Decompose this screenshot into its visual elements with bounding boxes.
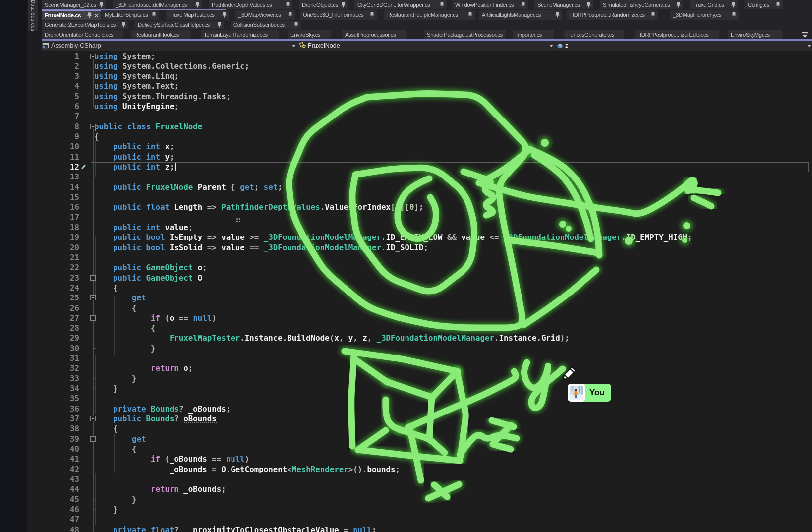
project-dropdown[interactable]: Assembly-CSharp — [42, 41, 101, 51]
tab-scenemanager-02-cs[interactable]: SceneManager_02.cs — [42, 0, 106, 9]
code-text: } — [94, 383, 117, 394]
tab-config-cs[interactable]: Config.cs — [745, 0, 783, 9]
pin-icon-wrap[interactable] — [222, 12, 227, 18]
code-text: public int y; — [94, 152, 174, 162]
pin-icon — [293, 22, 299, 28]
tab-pathfinderdepthvalues-cs[interactable]: PathfinderDepthValues.cs — [209, 0, 292, 9]
tab-droneorientationcontroller-cs[interactable]: DroneOrientationController.cs — [42, 30, 123, 39]
code-text: } — [94, 504, 117, 515]
fold-toggle[interactable] — [90, 295, 96, 300]
code-line-41: 41 if (_oBounds == null) — [42, 454, 812, 464]
tab-droneobject-cs[interactable]: DroneObject.cs — [299, 0, 348, 9]
tab-artificiallightsmanager-cs[interactable]: ArtificialLightsManager.cs — [479, 10, 562, 20]
tab-label: MyEditorScripts.cs — [105, 12, 149, 18]
pin-icon-wrap[interactable] — [439, 2, 445, 8]
tab-hdrppostproc-randomizer-cs[interactable]: HDRPPostproc...Randomizer.cs — [567, 10, 658, 20]
line-number: 37 — [42, 414, 79, 424]
code-line-14: 14 public FruxelNode Parent { get; set; … — [42, 182, 812, 192]
member-dropdown[interactable]: z — [556, 41, 568, 51]
tab-onesec3d-fileformat-cs[interactable]: OneSec3D_FileFormat.cs — [300, 10, 377, 20]
pin-icon — [99, 2, 104, 8]
pin-icon-wrap[interactable] — [285, 2, 290, 8]
sidebar-item-data-sources[interactable]: Data Sources — [28, 0, 38, 31]
type-dropdown[interactable]: FruxelNode — [299, 41, 340, 51]
pin-icon-wrap[interactable] — [99, 2, 104, 8]
tab--3dfoundatio-delmanager-cs[interactable]: _3DFoundatio...delManager.cs — [113, 0, 202, 9]
pin-icon-wrap[interactable] — [195, 2, 200, 8]
tab--3dmapviewer-cs[interactable]: _3DMapViewer.cs — [235, 10, 295, 20]
tab-collisionsubscriber-cs[interactable]: CollisionSubscriber.cs — [231, 21, 301, 29]
tab-row-1: SceneManager_02.cs_3DFoundatio...delMana… — [42, 0, 812, 9]
tab-overflow-button[interactable] — [800, 31, 810, 41]
navbar-right-dropdown-arrow[interactable] — [807, 45, 811, 47]
tab-terrainlayerrandomizer-cs[interactable]: TerrainLayerRandomizer.cs — [201, 30, 279, 39]
close-button[interactable] — [94, 13, 99, 18]
code-line-5: 5using System.Threading.Tasks; — [42, 91, 812, 102]
tab-fruxelgrid-cs[interactable]: FruxelGrid.cs — [690, 0, 738, 9]
pin-icon-wrap[interactable] — [151, 12, 157, 18]
pin-icon-wrap[interactable] — [555, 12, 560, 18]
tab-scenemanager-cs[interactable]: SceneManager.cs — [534, 0, 593, 9]
code-text: public bool IsSolid => value == _3DFound… — [94, 242, 428, 253]
pin-icon-wrap[interactable] — [87, 12, 92, 18]
tab-label: ArtificialLightsManager.cs — [482, 12, 553, 18]
fold-toggle[interactable] — [90, 275, 96, 281]
fold-toggle[interactable] — [90, 315, 96, 321]
tab-citygen3dgen-torwrapper-cs[interactable]: CityGen3DGen...torWrapper.cs — [354, 0, 447, 9]
code-line-35: 35 — [42, 393, 812, 404]
tab-shaderpackage-stprocessor-cs[interactable]: ShaderPackage...stProcessor.cs — [424, 30, 506, 39]
code-text: using System.Threading.Tasks; — [94, 91, 231, 102]
pin-icon-wrap[interactable] — [586, 2, 591, 8]
code-line-16: 16 public float Length => PathfinderDept… — [42, 202, 812, 212]
tab-label: Config.cs — [748, 2, 773, 8]
pin-icon-wrap[interactable] — [288, 12, 293, 18]
close-icon[interactable] — [94, 13, 99, 18]
tab-windowpositionfinder-cs[interactable]: WindowPositionFinder.cs — [452, 0, 528, 9]
pin-icon-wrap[interactable] — [521, 2, 526, 8]
pin-icon-wrap[interactable] — [121, 22, 126, 28]
tab--3dmaphierarchy-cs[interactable]: _3DMapHierarchy.cs — [670, 10, 739, 20]
tab-enviroskymgr-cs[interactable]: EnviroSkyMgr.cs — [728, 30, 782, 39]
code-line-1: 1using System; — [42, 51, 812, 61]
pin-icon-wrap[interactable] — [293, 22, 299, 28]
tab-assetpreprocessor-cs[interactable]: AssetPreprocessor.cs — [342, 30, 406, 39]
fold-toggle[interactable] — [90, 124, 96, 129]
tab-label: Generator2ExportMapTools.cs — [45, 22, 119, 28]
pin-icon-wrap[interactable] — [731, 2, 736, 8]
line-number: 35 — [42, 393, 79, 404]
fold-toggle[interactable] — [90, 436, 96, 442]
tab-label: ShaderPackage...stProcessor.cs — [427, 32, 504, 38]
pin-icon-wrap[interactable] — [775, 2, 781, 8]
tab-generator2exportmaptools-cs[interactable]: Generator2ExportMapTools.cs — [42, 21, 128, 29]
fold-toggle[interactable] — [90, 416, 96, 421]
project-icon — [42, 42, 49, 49]
tab-fencesgenerator-cs[interactable]: FencesGenerator.cs — [564, 30, 624, 39]
tab-fruxelnode-cs[interactable]: FruxelNode.cs — [42, 10, 101, 20]
tab-envirosky-cs[interactable]: EnviroSky.cs — [288, 30, 331, 39]
pin-icon-wrap[interactable] — [676, 2, 681, 8]
tab-deliverysurfaceclasshelper-cs[interactable]: DeliverySurfaceClassHelper.cs — [135, 21, 224, 29]
code-line-28: 28 { — [42, 323, 812, 333]
tab-label: SceneManager_02.cs — [45, 2, 97, 8]
tab-label: Importer.cs — [516, 32, 552, 38]
type-dropdown-arrow[interactable] — [549, 45, 553, 47]
pin-icon-wrap[interactable] — [650, 12, 656, 18]
pin-icon-wrap[interactable] — [731, 12, 737, 18]
tab-fruxelmaptester-cs[interactable]: FruxelMapTester.cs — [166, 10, 229, 20]
code-line-33: 33 } — [42, 373, 812, 384]
tab-importer-cs[interactable]: Importer.cs — [513, 30, 554, 39]
code-line-46: 46 } — [42, 504, 812, 515]
project-dropdown-arrow[interactable] — [292, 45, 296, 47]
pin-icon-wrap[interactable] — [369, 12, 375, 18]
pin-icon — [217, 22, 222, 28]
pin-icon-wrap[interactable] — [341, 2, 346, 8]
tab-myeditorscripts-cs[interactable]: MyEditorScripts.cs — [102, 10, 159, 20]
pin-icon-wrap[interactable] — [467, 12, 473, 18]
pin-icon-wrap[interactable] — [217, 22, 222, 28]
tab-simulatedfisheyecamera-cs[interactable]: SimulatedFisheyeCamera.cs — [600, 0, 683, 9]
tab-restaurantho-plemanager-cs[interactable]: RestaurantHo...pleManager.cs — [384, 10, 475, 20]
tab-hdrppostproce-izereditor-cs[interactable]: HDRPPostproce...izerEditor.cs — [635, 30, 719, 39]
fold-toggle[interactable] — [90, 54, 96, 59]
tab-restauranthook-cs[interactable]: RestaurantHook.cs — [131, 30, 190, 39]
code-editor[interactable]: 1using System;2using System.Collections.… — [42, 51, 812, 532]
